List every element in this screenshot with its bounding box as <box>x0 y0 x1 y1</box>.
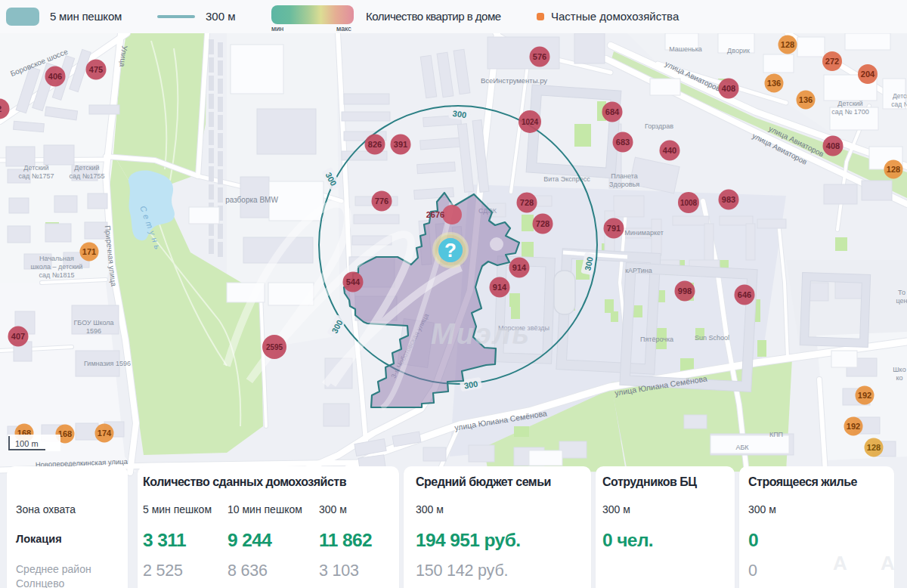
svg-text:КПП: КПП <box>769 431 783 438</box>
svg-text:ГБОУ Школа: ГБОУ Школа <box>73 319 113 326</box>
svg-text:128: 128 <box>887 165 900 174</box>
svg-text:728: 728 <box>520 198 534 207</box>
svg-text:АБК: АБК <box>735 444 749 451</box>
svg-text:408: 408 <box>826 141 840 150</box>
svg-text:2595: 2595 <box>266 343 283 351</box>
svg-text:646: 646 <box>738 290 751 299</box>
svg-text:406: 406 <box>48 72 62 81</box>
svg-text:684: 684 <box>605 107 620 116</box>
svg-text:192: 192 <box>847 422 860 431</box>
svg-text:Дворик: Дворик <box>727 47 750 54</box>
svg-text:Детский: Детский <box>74 164 99 172</box>
svg-text:Минимаркет: Минимаркет <box>624 229 664 237</box>
svg-text:разборка BMW: разборка BMW <box>225 196 278 204</box>
svg-text:408: 408 <box>722 84 735 93</box>
svg-text:407: 407 <box>11 332 25 341</box>
svg-text:Начальная: Начальная <box>39 255 74 262</box>
svg-text:1596: 1596 <box>86 327 101 335</box>
svg-text:136: 136 <box>767 79 781 88</box>
svg-text:272: 272 <box>825 57 839 66</box>
svg-text:Миэль: Миэль <box>431 318 531 350</box>
svg-text:440: 440 <box>663 146 676 155</box>
svg-text:100 m: 100 m <box>15 439 39 448</box>
svg-text:сад №1755: сад №1755 <box>70 172 105 180</box>
svg-text:914: 914 <box>493 283 507 292</box>
svg-text:Детский: Детский <box>837 100 862 107</box>
svg-text:776: 776 <box>375 197 388 206</box>
svg-text:Планета: Планета <box>611 172 637 180</box>
svg-text:728: 728 <box>536 219 549 228</box>
svg-text:128: 128 <box>781 40 794 49</box>
svg-text:300: 300 <box>452 109 467 119</box>
svg-text:Шко: Шко <box>893 366 905 373</box>
svg-text:ВсеИнструменты.ру: ВсеИнструменты.ру <box>481 76 547 85</box>
svg-text:кАРТина: кАРТина <box>625 267 652 274</box>
svg-text:2: 2 <box>0 104 2 113</box>
svg-text:сад № 1700: сад № 1700 <box>831 108 868 116</box>
svg-text:171: 171 <box>82 247 96 256</box>
svg-text:сад №1757: сад №1757 <box>19 172 54 180</box>
svg-text:826: 826 <box>368 140 382 149</box>
svg-text:цен: цен <box>896 297 907 305</box>
svg-text:Sun School: Sun School <box>695 334 729 342</box>
svg-text:Гимназия 1596: Гимназия 1596 <box>84 360 131 367</box>
svg-text:сад №: сад № <box>891 101 907 108</box>
svg-text:Горздрав: Горздрав <box>645 122 673 130</box>
svg-text:174: 174 <box>98 429 112 438</box>
svg-text:Детский: Детский <box>23 164 48 172</box>
svg-text:683: 683 <box>616 138 630 147</box>
svg-text:ко: ко <box>896 374 902 382</box>
svg-text:2676: 2676 <box>426 210 444 219</box>
svg-text:204: 204 <box>861 70 875 79</box>
svg-text:?: ? <box>444 239 457 262</box>
svg-text:192: 192 <box>858 391 871 400</box>
svg-text:Пятёрочка: Пятёрочка <box>640 336 673 343</box>
svg-text:1024: 1024 <box>522 118 539 126</box>
svg-text:544: 544 <box>346 277 361 286</box>
svg-text:школа – детский: школа – детский <box>31 263 83 271</box>
svg-text:Здоровья: Здоровья <box>609 181 639 188</box>
svg-text:136: 136 <box>799 95 813 104</box>
svg-text:914: 914 <box>512 263 527 272</box>
svg-text:998: 998 <box>678 286 692 296</box>
svg-text:1008: 1008 <box>680 199 698 207</box>
svg-text:То: То <box>898 289 905 296</box>
svg-text:983: 983 <box>722 195 735 204</box>
svg-text:128: 128 <box>867 443 881 452</box>
svg-text:Вита Экспресс: Вита Экспресс <box>543 175 590 183</box>
svg-text:391: 391 <box>394 140 407 149</box>
svg-text:Детск: Детск <box>893 92 907 100</box>
svg-text:791: 791 <box>607 224 621 233</box>
svg-text:576: 576 <box>533 52 546 61</box>
svg-text:сад №1815: сад №1815 <box>39 271 75 279</box>
svg-text:475: 475 <box>89 65 103 74</box>
svg-text:Машенька: Машенька <box>669 45 702 53</box>
